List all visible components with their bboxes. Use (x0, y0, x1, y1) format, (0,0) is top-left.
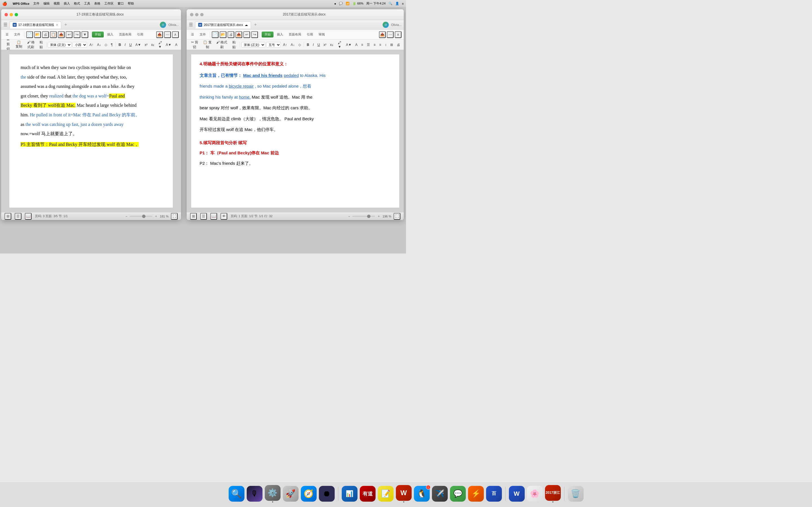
right-zoom-in[interactable]: ＋ (377, 214, 380, 218)
right-outline-btn[interactable]: ☰ (200, 213, 207, 220)
right-start-btn[interactable]: 开始 (262, 32, 273, 38)
menu-tools[interactable]: 工具 (84, 1, 90, 6)
tab-add-btn[interactable]: ＋ (63, 22, 68, 27)
right-read-btn[interactable]: 📖 (210, 213, 217, 220)
paste-btn[interactable]: 粘贴 (38, 40, 45, 50)
menu-help[interactable]: 帮助 (128, 1, 134, 6)
toolbar-menu-btn[interactable]: ☰ (3, 32, 11, 37)
font-shrink-btn[interactable]: A↓ (96, 42, 102, 47)
new-doc-btn[interactable]: 📄 (26, 31, 33, 38)
print-view-btn[interactable]: 🖨 (395, 42, 402, 47)
menu-workspace[interactable]: 工作区 (104, 1, 114, 6)
right-active-tab[interactable]: W 2017浙江读后续写演示.docx ☁ (195, 21, 251, 29)
clear-format-btn[interactable]: ◇ (103, 42, 109, 47)
page-layout-btn[interactable]: 页面布局 (117, 32, 134, 38)
italic-btn[interactable]: I (123, 42, 127, 47)
menu-wps[interactable]: WPS Office (13, 2, 29, 5)
right-grow-btn[interactable]: A↑ (282, 42, 289, 47)
right-export-btn[interactable]: 📤 (236, 31, 242, 38)
line-space-btn[interactable]: ↕ (384, 42, 388, 47)
right-clear-btn[interactable]: ◇ (297, 42, 302, 47)
right-undo-btn[interactable]: ↩ (243, 31, 250, 38)
maximize-button[interactable] (15, 13, 18, 16)
font-color-btn[interactable]: A▼ (134, 42, 142, 47)
underline-btn[interactable]: U (128, 42, 133, 47)
menu-extra[interactable]: ≡ (402, 2, 404, 5)
right-font-select[interactable]: 宋体 (正文) (241, 42, 265, 48)
bold-btn[interactable]: B (117, 42, 122, 47)
left-active-tab[interactable]: W 17-19浙江卷读后续写演练 ✕ (10, 21, 61, 29)
right-share-btn[interactable]: 📤 (379, 31, 386, 38)
right-copy-btn[interactable]: 📋 复制 (201, 40, 213, 50)
right-page-layout-btn[interactable]: 页面布局 (287, 32, 303, 38)
right-focus-btn[interactable]: 👁 (220, 213, 227, 220)
more-btn[interactable]: ▼ (82, 31, 88, 38)
right-paste-btn[interactable]: 粘贴 (230, 40, 239, 50)
right-subscript-btn[interactable]: x₂ (329, 42, 335, 47)
right-menu-btn[interactable]: ☰ (189, 32, 196, 37)
right-layout-btn[interactable]: ⊞ (190, 213, 197, 220)
menu-edit[interactable]: 编辑 (43, 1, 50, 6)
right-zoom-out[interactable]: − (348, 215, 350, 218)
highlight-btn[interactable]: 🖍▼ (156, 40, 163, 49)
print-btn[interactable]: 🖨 (42, 31, 49, 38)
align-right-btn[interactable]: ≡ (372, 42, 377, 47)
tab-menu-icon[interactable]: ☰ (3, 22, 7, 27)
text-color-btn[interactable]: A▼ (164, 42, 173, 47)
enlarge-btn[interactable]: A (174, 42, 179, 47)
font-grow-btn[interactable]: A↑ (88, 42, 95, 47)
close-button[interactable] (4, 13, 8, 16)
share-btn[interactable]: 📤 (156, 31, 163, 38)
zoom-out-btn[interactable]: − (125, 215, 127, 218)
export-btn[interactable]: 📤 (58, 31, 64, 38)
right-more-btn[interactable]: ⋯ (387, 31, 394, 38)
right-text-color-btn[interactable]: A▼ (345, 42, 353, 47)
undo-btn[interactable]: ↩ (66, 31, 72, 38)
right-file-btn[interactable]: 文件 (197, 32, 208, 38)
right-new-btn[interactable]: 📄 (212, 31, 218, 38)
right-highlight-btn[interactable]: 🖍▼ (336, 40, 344, 49)
right-maximize-button[interactable] (200, 13, 204, 16)
subscript-btn[interactable]: x₂ (150, 42, 156, 47)
redo-btn[interactable]: ↪ (73, 31, 80, 38)
right-review-btn[interactable]: 审阅 (316, 32, 327, 38)
font-size-select[interactable]: 小四 (72, 42, 87, 48)
align-justify-btn[interactable]: ≡ (378, 42, 383, 47)
right-italic-btn[interactable]: I (312, 42, 315, 47)
right-tab-menu-icon[interactable]: ☰ (189, 22, 193, 27)
indent-btn[interactable]: ⊞ (389, 42, 395, 47)
right-format-brush-btn[interactable]: 🖌 格式刷 (214, 40, 229, 50)
status-read-btn[interactable]: 📖 (25, 213, 32, 220)
para-settings-btn[interactable]: ¶ (109, 42, 114, 47)
right-cut-btn[interactable]: ✂ 剪切 (189, 40, 200, 50)
right-redo-btn[interactable]: ↪ (251, 31, 258, 38)
right-size-select[interactable]: 五号 (266, 42, 281, 48)
zoom-slider[interactable] (130, 216, 152, 217)
tab-close-btn[interactable]: ✕ (56, 23, 58, 26)
menu-view[interactable]: 视图 (54, 1, 60, 6)
right-insert-btn[interactable]: 插入 (274, 32, 285, 38)
right-tab-add-btn[interactable]: ＋ (253, 22, 258, 27)
right-underline-btn[interactable]: U (316, 42, 321, 47)
right-enlarge-btn[interactable]: A (354, 42, 359, 47)
user-icon[interactable]: 👤 (395, 2, 399, 5)
right-superscript-btn[interactable]: x² (322, 42, 328, 47)
menu-file[interactable]: 文件 (33, 1, 40, 6)
toolbar-file-btn[interactable]: 文件 (12, 32, 22, 38)
right-zoom-slider[interactable] (352, 216, 375, 217)
menu-format[interactable]: 格式 (74, 1, 80, 6)
copy-btn[interactable]: 📋 复制 (14, 40, 24, 50)
font-family-select[interactable]: 宋体 (正文) (48, 42, 71, 48)
insert-btn[interactable]: 插入 (105, 32, 116, 38)
print2-btn[interactable]: 📋 (50, 31, 57, 38)
right-bold-btn[interactable]: B (305, 42, 311, 47)
right-expand-btn[interactable]: ∧ (395, 31, 402, 38)
format-brush-btn[interactable]: 🖌 格式刷 (25, 40, 37, 50)
align-left-btn[interactable]: ≡ (360, 42, 364, 47)
align-center-btn[interactable]: ☰ (365, 42, 371, 47)
apple-menu[interactable]: 🍎 (2, 1, 7, 6)
collapse-btn[interactable]: ∧ (172, 31, 179, 38)
superscript-btn[interactable]: x² (143, 42, 149, 47)
right-open-btn[interactable]: 📂 (220, 31, 226, 38)
right-print-btn[interactable]: 🖨 (227, 31, 234, 38)
